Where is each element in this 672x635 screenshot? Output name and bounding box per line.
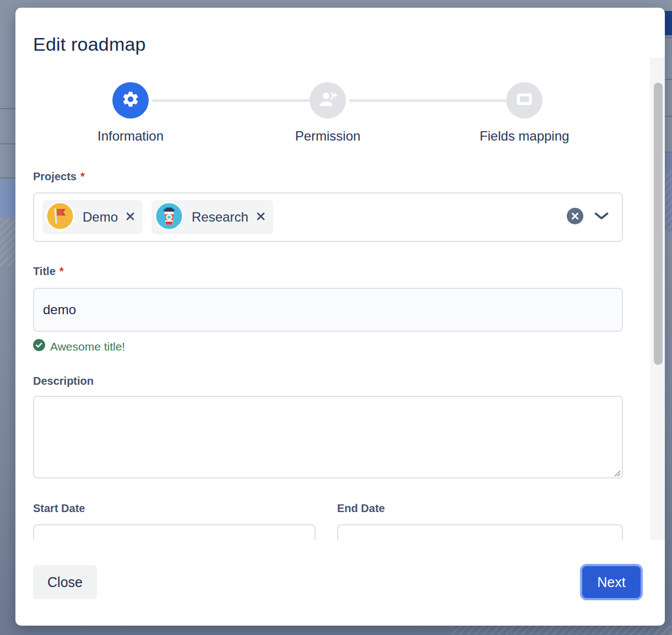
flag-avatar [46, 202, 74, 233]
remove-tag-icon[interactable] [126, 212, 134, 223]
start-date-input[interactable] [33, 524, 316, 540]
background-highlight-row [0, 181, 17, 217]
title-label: Title* [33, 265, 64, 278]
step-label-permission: Permission [245, 128, 410, 144]
remove-tag-icon[interactable] [257, 212, 265, 223]
step-permission[interactable] [310, 82, 346, 119]
project-tag-label: Research [192, 209, 248, 225]
edit-roadmap-dialog: Edit roadmap [15, 8, 665, 626]
background-row-line [664, 37, 672, 38]
description-label: Description [33, 375, 94, 388]
background-row-line [664, 79, 672, 80]
background-hatch [0, 218, 17, 267]
step-information[interactable] [112, 82, 149, 119]
title-success-message: Awesome title! [33, 339, 125, 354]
required-asterisk: * [59, 265, 64, 277]
step-label-information: Information [48, 128, 213, 144]
description-textarea[interactable] [33, 396, 623, 478]
user-add-icon [318, 89, 338, 111]
scrollbar-track[interactable] [651, 58, 665, 540]
required-asterisk: * [80, 170, 85, 182]
background-hatch [452, 626, 672, 635]
gear-icon [121, 90, 140, 111]
dialog-title: Edit roadmap [33, 34, 146, 55]
background-hatch [664, 170, 672, 232]
card-icon [514, 89, 534, 111]
background-row-line [0, 108, 17, 109]
end-date-label: End Date [337, 502, 385, 515]
next-button[interactable]: Next [582, 566, 641, 598]
project-tag-label: Demo [83, 209, 118, 225]
project-tag-research: Research [151, 200, 273, 234]
project-tag-demo: Demo [42, 200, 143, 234]
background-row-line [664, 116, 672, 117]
start-date-label: Start Date [33, 502, 85, 515]
stepper-connector [349, 99, 506, 102]
step-fields-mapping[interactable] [506, 82, 543, 119]
projects-label: Projects* [33, 170, 85, 183]
dialog-scroll-body[interactable]: Information Permission Fields mapping Pr… [15, 58, 665, 540]
chevron-down-icon[interactable] [594, 212, 609, 222]
projects-multiselect[interactable]: Demo [33, 192, 623, 242]
background-row-line [0, 143, 17, 144]
end-date-input[interactable] [337, 524, 623, 540]
step-label-fields-mapping: Fields mapping [442, 128, 607, 144]
stepper-connector [152, 99, 310, 102]
background-row-line [0, 177, 17, 179]
clear-all-icon[interactable] [567, 208, 583, 227]
title-input[interactable] [33, 288, 623, 332]
coffee-avatar [155, 202, 183, 233]
close-button[interactable]: Close [33, 565, 97, 599]
check-circle-icon [33, 339, 45, 354]
scrollbar-thumb[interactable] [654, 83, 663, 365]
